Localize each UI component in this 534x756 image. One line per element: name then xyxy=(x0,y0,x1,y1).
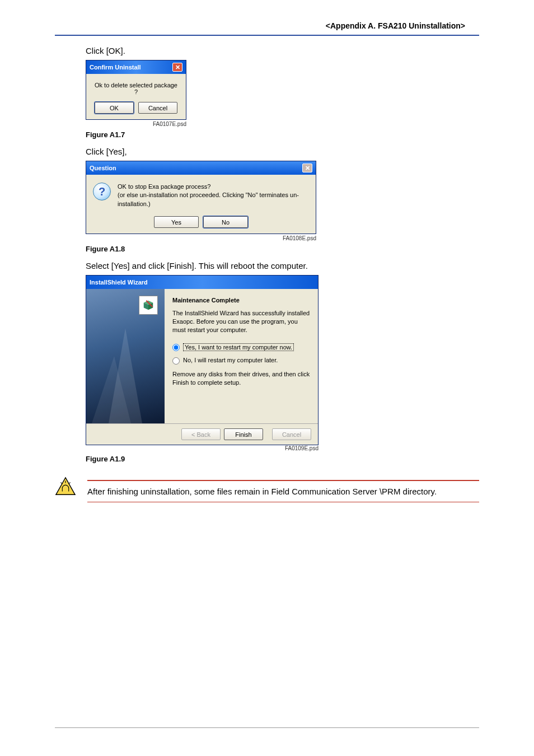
caution-text: After finishing uninstallation, some fil… xyxy=(87,487,479,496)
question-icon: ? xyxy=(93,183,111,200)
question-dialog: Question ✕ ? OK to stop Exa package proc… xyxy=(86,161,316,234)
caution-block: After finishing uninstallation, some fil… xyxy=(55,477,479,502)
wizard-para1: The InstallShield Wizard has successfull… xyxy=(172,309,310,334)
yes-button[interactable]: Yes xyxy=(154,216,199,228)
figure-caption-1: Figure A1.7 xyxy=(86,130,479,139)
dialog-body: ? OK to stop Exa package process? (or el… xyxy=(86,175,316,234)
dialog-line2: (or else un-installation not proceeded. … xyxy=(118,191,309,208)
cancel-button[interactable]: Cancel xyxy=(138,102,177,114)
wizard-title: InstallShield Wizard xyxy=(90,279,148,286)
wizard-content: Maintenance Complete The InstallShield W… xyxy=(165,289,318,423)
dialog-message: OK to stop Exa package process? (or else… xyxy=(118,183,309,208)
header-divider xyxy=(55,35,479,36)
wizard-titlebar: InstallShield Wizard xyxy=(86,276,318,289)
cancel-button: Cancel xyxy=(272,428,311,440)
psd-label-2: FA0108E.psd xyxy=(86,235,316,241)
radio-no-row[interactable]: No, I will restart my computer later. xyxy=(172,357,310,365)
dialog-message: Ok to delete selected package ? xyxy=(93,82,179,95)
caution-divider-top xyxy=(87,480,479,481)
dialog-titlebar: Question ✕ xyxy=(86,161,316,175)
dialog-button-row: OK Cancel xyxy=(93,102,179,114)
figure-caption-3: Figure A1.9 xyxy=(86,455,479,463)
dialog-titlebar: Confirm Uninstall ✕ xyxy=(86,60,186,74)
caution-divider-bottom xyxy=(87,502,479,502)
step-text-3: Select [Yes] and click [Finish]. This wi… xyxy=(86,261,479,270)
dialog-line1: OK to stop Exa package process? xyxy=(118,183,309,191)
radio-no[interactable] xyxy=(172,357,180,365)
no-button[interactable]: No xyxy=(203,216,248,228)
radio-yes-row[interactable]: Yes, I want to restart my computer now. xyxy=(172,343,310,351)
dialog-title: Question xyxy=(90,165,116,171)
dialog-title: Confirm Uninstall xyxy=(90,64,141,71)
dialog-body: Ok to delete selected package ? OK Cance… xyxy=(86,74,186,119)
close-icon[interactable]: ✕ xyxy=(172,63,182,72)
radio-yes[interactable] xyxy=(172,344,180,351)
wizard-sidebar-image xyxy=(86,289,165,423)
confirm-uninstall-dialog: Confirm Uninstall ✕ Ok to delete selecte… xyxy=(86,60,186,120)
step-text-1: Click [OK]. xyxy=(86,46,479,55)
svg-marker-2 xyxy=(56,478,75,494)
wizard-para2: Remove any disks from their drives, and … xyxy=(172,370,310,387)
radio-no-label: No, I will restart my computer later. xyxy=(183,357,278,363)
finish-button[interactable]: Finish xyxy=(224,428,263,440)
page-footer-divider xyxy=(55,727,479,728)
caution-icon xyxy=(55,477,76,496)
step-text-2: Click [Yes], xyxy=(86,147,479,156)
wizard-main: Maintenance Complete The InstallShield W… xyxy=(86,289,318,423)
figure-caption-2: Figure A1.8 xyxy=(86,245,479,253)
psd-label-1: FA0107E.psd xyxy=(86,121,186,127)
close-icon[interactable]: ✕ xyxy=(302,164,312,172)
radio-yes-label: Yes, I want to restart my computer now. xyxy=(183,343,294,351)
psd-label-3: FA0109E.psd xyxy=(86,445,318,451)
wizard-heading: Maintenance Complete xyxy=(172,297,310,304)
wizard-footer: < Back Finish Cancel xyxy=(86,423,318,445)
page-header: <Appendix A. FSA210 Uninstallation> xyxy=(55,21,479,30)
caution-body: After finishing uninstallation, some fil… xyxy=(87,477,479,502)
dialog-button-row: Yes No xyxy=(93,216,309,228)
ok-button[interactable]: OK xyxy=(95,102,134,114)
installshield-wizard: InstallShield Wizard Maintenance Complet… xyxy=(86,275,318,445)
back-button: < Back xyxy=(181,428,221,440)
